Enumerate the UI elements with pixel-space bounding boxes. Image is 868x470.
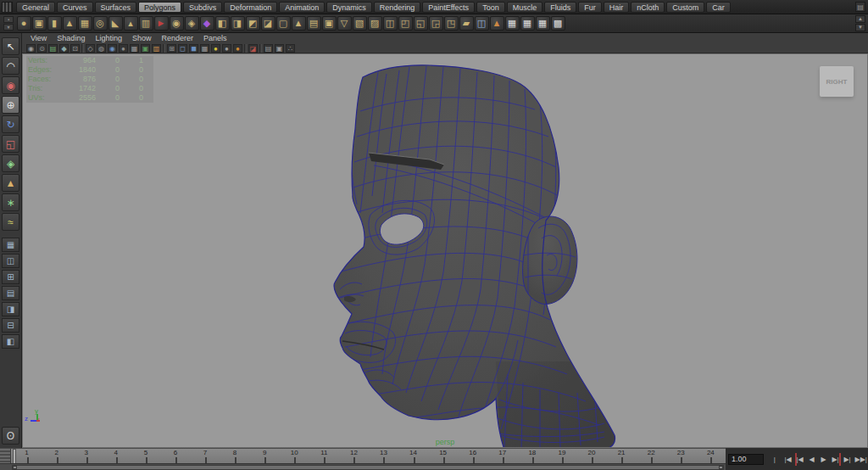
layout-hypergraph[interactable]: ⊟ (2, 318, 19, 333)
bridge-icon[interactable]: ▰ (459, 16, 474, 31)
move-tool[interactable]: ⊕ (2, 96, 19, 114)
image-plane-icon[interactable]: ⊡ (70, 44, 80, 53)
bevel-icon[interactable]: ◲ (429, 16, 443, 31)
extrude-icon[interactable]: ◳ (444, 16, 459, 31)
layout-single-pane[interactable]: ▦ (2, 238, 19, 252)
gate-mask-icon[interactable]: ▦ (200, 44, 209, 53)
panel-menu-item[interactable]: Lighting (92, 34, 129, 42)
layout-four-panes[interactable]: ⊞ (2, 270, 19, 284)
timeline-frame[interactable]: 7 (190, 449, 220, 464)
booleans-icon[interactable]: ◪ (261, 16, 275, 31)
timeline-frame[interactable]: 18 (517, 449, 547, 464)
layer-bar-icon[interactable]: ▣ (275, 44, 284, 53)
poly-cone-icon[interactable]: ▲ (63, 16, 77, 31)
layout-persp-panel[interactable]: ◧ (2, 334, 19, 349)
universal-manipulator-tool[interactable]: ◈ (2, 154, 19, 172)
resolution-gate-icon[interactable]: ◼ (189, 44, 198, 53)
wireframe-icon[interactable]: ◇ (86, 44, 95, 53)
hand-tool-icon[interactable]: ʘ (2, 427, 19, 445)
menu-item[interactable]: Fluids (544, 2, 576, 13)
last-tool[interactable]: ≈ (2, 213, 19, 231)
poly-cylinder-icon[interactable]: ▮ (47, 16, 62, 31)
range-start-handle[interactable] (13, 466, 17, 469)
poly-prism-icon[interactable]: ◣ (108, 16, 123, 31)
divider[interactable] (244, 44, 247, 53)
insert-edge-loop-icon[interactable]: ▲ (490, 16, 504, 31)
uv-checker-a-icon[interactable]: ▦ (505, 16, 520, 31)
timeline-frame[interactable]: 5 (131, 449, 160, 464)
menu-item[interactable]: Rendering (374, 2, 421, 13)
uv-checker-b-icon[interactable]: ▦ (520, 16, 535, 31)
curve-arrow-icon[interactable]: ► (154, 16, 169, 31)
timeline-frame[interactable]: 16 (458, 449, 487, 464)
poly-torus-icon[interactable]: ◎ (93, 16, 108, 31)
extract-icon[interactable]: ◩ (246, 16, 260, 31)
timeline-frame[interactable]: 21 (607, 449, 637, 464)
textures-icon[interactable]: ▥ (152, 44, 161, 53)
safe-title-icon[interactable]: ● (222, 44, 231, 53)
perspective-viewport[interactable]: Verts: 964 0 1 Edges: 1840 0 0 Faces: 87… (22, 53, 868, 448)
rotate-tool[interactable]: ↻ (2, 115, 19, 133)
menu-item[interactable]: PaintEffects (422, 2, 475, 13)
current-frame-marker[interactable] (13, 449, 16, 464)
menu-item[interactable]: Polygons (138, 2, 181, 13)
film-gate-icon[interactable]: ◻ (178, 44, 187, 53)
show-manipulator-tool[interactable]: ∗ (2, 193, 19, 211)
go-to-start-button[interactable]: |◀◀ (768, 453, 782, 466)
range-bar[interactable] (12, 465, 724, 470)
timeline-frame[interactable]: 3 (71, 449, 101, 464)
menu-item[interactable]: Dynamics (326, 2, 372, 13)
fill-hole-icon[interactable]: ▣ (322, 16, 337, 31)
timeline-frame[interactable]: 19 (547, 449, 576, 464)
lock-camera-icon[interactable]: ⊙ (37, 44, 47, 53)
step-forward-frame-button[interactable]: ▶| (843, 453, 853, 466)
menu-item[interactable]: Custom (666, 2, 704, 13)
timeline-frame[interactable]: 9 (250, 449, 280, 464)
panel-menu-item[interactable]: View (27, 34, 53, 42)
camera-attributes-icon[interactable]: ▤ (48, 44, 58, 53)
timeline-frame[interactable]: 17 (487, 449, 517, 464)
divider[interactable] (163, 44, 165, 53)
poly-cube-icon[interactable]: ▣ (32, 16, 47, 31)
panel-menu-item[interactable]: Show (129, 34, 159, 42)
uv-texture-editor-icon[interactable]: ▩ (551, 16, 565, 31)
timeline-frame[interactable]: 4 (101, 449, 131, 464)
multi-share-icon[interactable]: ∴ (286, 44, 295, 53)
use-default-material-icon[interactable]: ● (119, 44, 128, 53)
checkered-icon[interactable]: ▦ (130, 44, 139, 53)
timeline-frame[interactable]: 6 (160, 449, 190, 464)
panel-menu-item[interactable]: Panels (200, 34, 234, 42)
shelf-switch-top-icon[interactable]: ▪ (3, 16, 14, 23)
isolate-select-icon[interactable]: ◪ (248, 44, 258, 53)
poly-pipe-icon[interactable]: ▥ (139, 16, 153, 31)
time-slider-grip[interactable] (0, 449, 11, 464)
paint-selection-tool[interactable]: ◉ (2, 76, 19, 94)
step-forward-key-button[interactable]: ▶| (831, 453, 841, 466)
poly-pyramid-icon[interactable]: ▴ (124, 16, 138, 31)
select-tool[interactable]: ↖ (2, 37, 19, 55)
timeline-frame[interactable]: 20 (576, 449, 606, 464)
layout-persp-outliner[interactable]: ▤ (2, 286, 19, 300)
timeline-frame[interactable]: 10 (280, 449, 309, 464)
frame-all-icon[interactable]: ● (233, 44, 242, 53)
select-camera-icon[interactable]: ◉ (26, 44, 36, 53)
separate-icon[interactable]: ◨ (231, 16, 245, 31)
menu-item[interactable]: Subdivs (183, 2, 222, 13)
timeline-frame[interactable]: 15 (428, 449, 458, 464)
menu-item[interactable]: Muscle (507, 2, 543, 13)
merge-vertices-icon[interactable]: ◱ (414, 16, 428, 31)
split-polygon-icon[interactable]: ◰ (398, 16, 413, 31)
timeline-frame[interactable]: 1 (12, 449, 42, 464)
timeline-frame[interactable]: 23 (666, 449, 696, 464)
panel-menu-item[interactable]: Shading (53, 34, 92, 42)
timeline-frame[interactable]: 14 (398, 449, 428, 464)
panel-menu-item[interactable]: Renderer (158, 34, 200, 42)
shelf-editor-icon[interactable]: ▤ (855, 2, 865, 12)
play-forwards-button[interactable]: ▶ (819, 453, 829, 466)
make-hole-icon[interactable]: ▧ (353, 16, 367, 31)
menu-item[interactable]: nCloth (631, 2, 665, 13)
view-cube[interactable]: RIGHT (820, 66, 854, 97)
uv-checker-c-icon[interactable]: ▦ (536, 16, 550, 31)
lasso-tool[interactable]: ◠ (2, 57, 19, 75)
lights-icon[interactable]: ▣ (141, 44, 150, 53)
